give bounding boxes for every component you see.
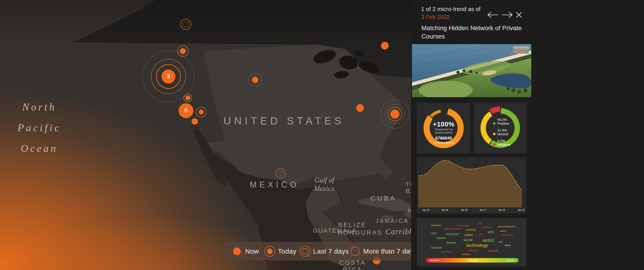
close-panel-button[interactable] xyxy=(515,11,523,19)
map-time-legend: Now Today Last 7 days More than 7 days a… xyxy=(225,242,411,260)
wordcloud-word: continues xyxy=(481,226,492,229)
wordcloud-word: technology xyxy=(466,243,488,247)
today-marker-icon xyxy=(264,246,275,256)
trend-detail-panel: 1 of 2 micro-trend as of 3 Feb 2022 Matc… xyxy=(411,0,644,270)
wordcloud-word: compute xyxy=(431,246,442,249)
label-cuba: CUBA xyxy=(371,194,396,202)
label-haiti: HAITI xyxy=(408,207,411,214)
kpi-subtitle: previous period xyxy=(417,131,470,134)
sentiment-entry-negative: 9.0% Negative xyxy=(493,139,510,147)
map-marker-now-northeast[interactable] xyxy=(381,42,388,50)
map-marker-today-vegas[interactable] xyxy=(196,107,206,117)
scale-negative-label: Negative xyxy=(430,259,439,262)
x-tick: Apr 28 xyxy=(498,209,505,211)
kpi-change-value: +100% xyxy=(417,120,470,128)
sentiment-entry-positive: 59.2% Positive xyxy=(493,118,510,125)
legend-item-last7: Last 7 days xyxy=(300,242,349,260)
area-chart xyxy=(417,157,526,214)
wordcloud-word: largest xyxy=(465,233,473,236)
last7-marker-icon xyxy=(300,246,310,256)
close-icon xyxy=(515,11,523,19)
map-marker-cluster-east[interactable] xyxy=(381,100,409,128)
map-marker-today-denver[interactable] xyxy=(249,74,262,86)
wordcloud-word: people xyxy=(488,249,498,252)
map-canvas[interactable]: NorthPacificOcean UNITED STATES MEXICO G… xyxy=(0,0,411,270)
arrow-right-icon xyxy=(500,10,514,19)
wordcloud-word: innovate xyxy=(468,249,477,252)
wordcloud-word: innovation xyxy=(431,224,441,227)
legend-item-now: Now xyxy=(232,242,259,260)
wordcloud-word: rise xyxy=(479,233,482,236)
x-tick: Apr 27 xyxy=(480,209,486,211)
wordcloud-word: follow xyxy=(505,244,510,247)
label-jamaica: JAMAICA xyxy=(376,217,409,224)
wordcloud-word: join xyxy=(488,230,494,234)
wordcloud-word: market xyxy=(500,230,506,232)
label-the-bahamas: THEBAHAMAS xyxy=(406,181,411,194)
label-gulf-of-mexico: Gulf ofMexico xyxy=(314,176,334,193)
wordcloud-word: building xyxy=(466,228,475,231)
wordcloud-word: @ParamLaboratory xyxy=(498,226,516,228)
negative-dot-icon xyxy=(493,143,496,146)
wordcloud-word: @ionet_official xyxy=(444,228,461,230)
map-marker-now-socal[interactable] xyxy=(192,118,198,125)
cluster-count: 6 xyxy=(184,107,188,114)
wordcloud-word: #AI xyxy=(498,241,502,243)
wordcloud-word: shit xyxy=(478,222,482,225)
legend-item-older: More than 7 days ago xyxy=(350,242,411,260)
neutral-dot-icon xyxy=(493,133,496,135)
conversation-trend-chart-card: Apr 24 Apr 25 Apr 26 Apr 27 Apr 28 Apr 2… xyxy=(417,157,526,214)
trend-title: Matching Hidden Network of Private Cours… xyxy=(422,24,527,41)
wordcloud-word: web3 xyxy=(482,238,494,242)
label-north-pacific-ocean: NorthPacificOcean xyxy=(11,97,68,159)
legend-item-today: Today xyxy=(264,242,296,260)
wordcloud-word: ecosystem xyxy=(446,233,459,235)
arrow-left-icon xyxy=(486,10,500,19)
sentiment-legend: 59.2% Positive 31.9% Neutral 9.0% Negati… xyxy=(493,118,510,149)
x-tick: Apr 24 xyxy=(423,209,429,211)
map-marker-last7-seattle[interactable] xyxy=(181,19,191,29)
label-caribbean: Carribbean xyxy=(385,227,411,236)
label-united-states: UNITED STATES xyxy=(224,115,344,127)
label-costa-rica: COSTARICA xyxy=(339,259,366,270)
sentiment-entry-neutral: 31.9% Neutral xyxy=(493,128,510,136)
now-marker-icon xyxy=(232,246,242,256)
previous-trend-button[interactable] xyxy=(486,10,500,19)
kpi-conversation-count: 6766045 xyxy=(417,136,470,141)
scale-positive-label: Positive xyxy=(506,259,515,262)
wordcloud-word: complete xyxy=(462,253,470,255)
cluster-count: 3 xyxy=(167,73,170,80)
pager-text: 1 of 2 micro-trend as of xyxy=(421,6,480,12)
x-tick: Apr 29 xyxy=(518,209,524,211)
label-mexico: MEXICO xyxy=(250,180,299,189)
label-honduras: HONDURAS xyxy=(338,229,383,236)
scale-neutral-label: Neutral xyxy=(469,259,477,262)
map-marker-today-sacramento[interactable] xyxy=(184,94,192,102)
trend-photo xyxy=(412,44,531,97)
map-marker-last7-mexico[interactable] xyxy=(276,169,285,178)
positive-dot-icon xyxy=(493,122,496,125)
kpi-unit-label: conversations xyxy=(417,141,470,145)
pager-date: 3 Feb 2022 xyxy=(421,14,450,20)
sentiment-donut-card: 59.2% Positive 31.9% Neutral 9.0% Negati… xyxy=(474,103,527,154)
map-marker-now-midatlantic[interactable] xyxy=(356,104,364,112)
x-tick: Apr 25 xyxy=(442,209,448,211)
next-trend-button[interactable] xyxy=(500,10,514,19)
wordcloud-word: expensive xyxy=(502,234,514,236)
kpi-donut-card: +100% Compared to the previous period 67… xyxy=(417,103,470,154)
map-marker-cluster-california[interactable]: 6 xyxy=(178,103,194,118)
x-tick: Apr 26 xyxy=(461,209,468,211)
wordcloud-card: innovation unavailable shit continues @P… xyxy=(417,218,526,266)
sentiment-scale-bar: Negative Neutral Positive xyxy=(426,258,518,262)
wordcloud-word: @ionet xyxy=(446,241,456,244)
wordcloud-word: generated xyxy=(442,251,452,253)
wordcloud-word: unavailable xyxy=(457,224,469,227)
wordcloud-word: world xyxy=(464,238,472,242)
older-marker-icon xyxy=(350,246,360,256)
wordcloud-word: network xyxy=(436,237,446,239)
wordcloud-word: crypto xyxy=(431,232,436,234)
kpi-subtitle: Compared to the xyxy=(417,128,470,131)
